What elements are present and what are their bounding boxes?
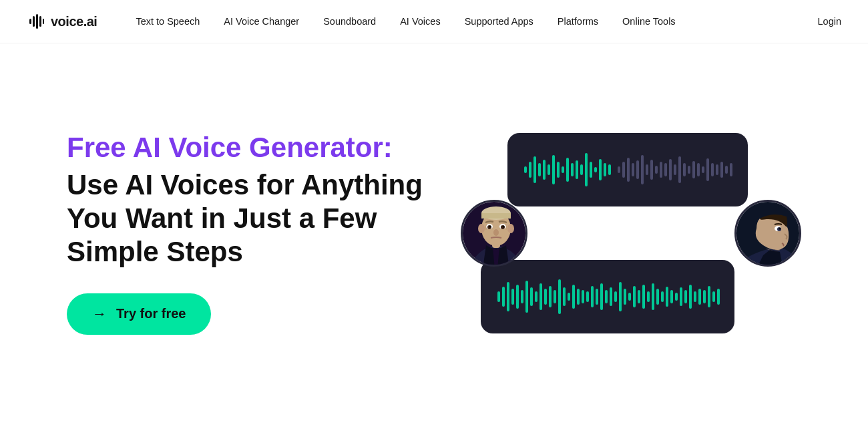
svg-rect-40 [692,161,695,178]
svg-rect-14 [566,158,569,182]
svg-rect-20 [594,167,597,172]
svg-rect-22 [604,163,606,176]
svg-rect-7 [533,156,536,183]
svg-rect-16 [576,160,578,179]
svg-rect-32 [655,166,658,174]
svg-rect-96 [717,289,720,305]
hero-title-black: Use AI Voices for Anything You Want in J… [67,168,454,269]
login-button[interactable]: Login [818,16,841,27]
waveform-top-svg [521,150,734,190]
logo[interactable]: voice.ai [27,12,97,31]
svg-rect-58 [539,283,542,310]
svg-rect-31 [650,160,653,180]
svg-rect-5 [524,166,527,173]
brand-name: voice.ai [51,14,97,29]
logo-icon [27,12,45,31]
nav-ai-voices[interactable]: AI Voices [388,16,452,27]
svg-rect-10 [548,164,550,175]
svg-rect-59 [544,289,547,305]
svg-rect-94 [708,286,710,307]
svg-rect-51 [507,282,509,311]
svg-rect-49 [497,291,500,302]
nav-supported-apps[interactable]: Supported Apps [453,16,546,27]
svg-rect-93 [703,290,706,303]
svg-rect-8 [538,163,541,176]
svg-rect-53 [516,285,519,309]
svg-rect-60 [549,286,552,307]
svg-rect-78 [633,286,636,307]
svg-rect-28 [636,160,639,179]
svg-rect-57 [535,291,537,302]
svg-rect-11 [552,155,555,184]
svg-point-109 [489,226,491,228]
svg-rect-54 [521,290,523,303]
svg-rect-21 [599,159,602,180]
svg-rect-82 [652,283,654,310]
svg-rect-42 [702,166,704,173]
svg-rect-91 [694,291,696,302]
svg-rect-29 [641,155,644,184]
svg-rect-15 [571,163,574,176]
svg-rect-9 [543,160,546,180]
avatar-left [461,200,527,267]
nav-soundboard[interactable]: Soundboard [311,16,388,27]
svg-rect-41 [697,163,700,176]
hero-content: Free AI Voice Generator: Use AI Voices f… [67,132,454,334]
svg-rect-24 [618,166,620,173]
svg-rect-63 [563,287,566,306]
cta-label: Try for free [116,306,186,321]
svg-rect-4 [43,19,44,24]
svg-rect-70 [596,289,598,305]
main-nav: Text to Speech AI Voice Changer Soundboa… [124,16,817,27]
svg-rect-88 [680,287,682,306]
nav-online-tools[interactable]: Online Tools [610,16,688,27]
try-for-free-button[interactable]: → Try for free [67,293,211,335]
hero-visual [454,43,801,423]
avatar-right [734,200,801,267]
header: voice.ai Text to Speech AI Voice Changer… [0,0,868,43]
hero-title-purple: Free AI Voice Generator: [67,132,454,164]
svg-point-110 [503,226,505,228]
svg-rect-67 [582,290,584,303]
svg-rect-39 [688,166,690,174]
svg-rect-55 [525,281,528,313]
svg-rect-74 [614,291,617,302]
arrow-icon: → [92,305,107,323]
svg-rect-79 [638,290,640,303]
svg-rect-6 [529,162,531,178]
elon-avatar-svg [736,202,801,267]
nav-ai-voice-changer[interactable]: AI Voice Changer [212,16,311,27]
svg-rect-1 [33,16,35,27]
svg-rect-64 [568,293,570,301]
svg-rect-77 [628,293,631,301]
waveform-bottom-svg [494,277,721,317]
svg-rect-12 [557,162,560,178]
svg-rect-43 [706,158,709,181]
svg-rect-25 [622,162,625,178]
svg-rect-68 [586,291,589,302]
svg-rect-72 [605,290,608,303]
svg-rect-90 [689,285,692,309]
svg-rect-80 [642,285,645,309]
nav-text-to-speech[interactable]: Text to Speech [124,16,212,27]
nav-platforms[interactable]: Platforms [546,16,610,27]
svg-rect-86 [670,290,673,303]
svg-rect-87 [675,293,678,301]
svg-point-104 [507,224,514,233]
svg-point-111 [493,229,499,236]
svg-rect-23 [608,164,611,175]
svg-rect-95 [712,291,715,302]
svg-rect-84 [661,291,664,302]
svg-rect-73 [610,287,612,306]
waveform-container [454,120,801,347]
svg-point-103 [478,224,485,233]
svg-rect-85 [666,287,668,307]
svg-rect-36 [674,164,676,175]
svg-rect-37 [678,156,681,183]
svg-rect-76 [624,289,626,305]
svg-rect-0 [29,19,31,24]
svg-rect-61 [554,290,556,303]
svg-rect-44 [711,163,714,176]
svg-rect-30 [646,164,648,175]
svg-rect-38 [683,163,686,176]
